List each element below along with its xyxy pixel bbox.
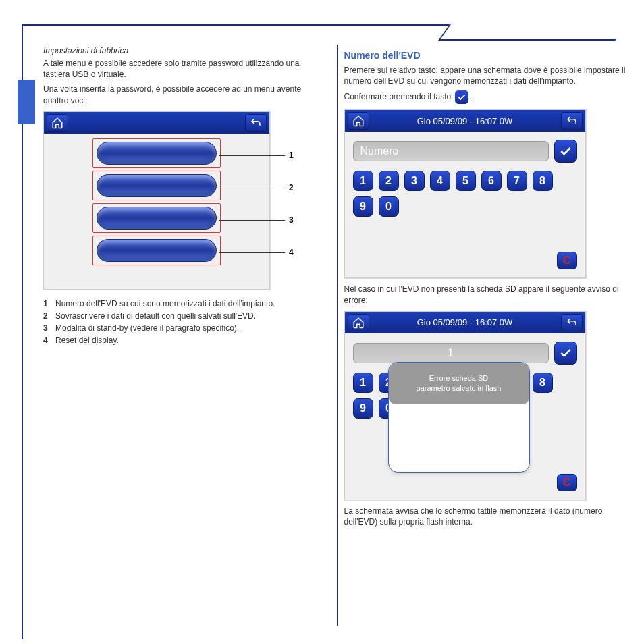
right-p2: Confermare premendo il tasto . [344,90,627,104]
key-8[interactable]: 8 [533,171,553,191]
home-icon [352,115,365,127]
key-9[interactable]: 9 [353,196,373,217]
check-icon [559,346,572,360]
key-3[interactable]: 3 [404,171,425,191]
key-2[interactable]: 2 [379,171,399,191]
home-button[interactable] [348,112,369,130]
right-p3: Nel caso in cui l'EVD non presenti la sc… [344,284,627,305]
callout-line-4 [219,252,285,253]
back-button[interactable] [561,314,583,331]
callout-outline-2 [92,171,221,200]
left-column: Impostazioni di fabbrica A tale menu è p… [36,41,337,637]
cancel-button[interactable]: C [557,252,577,269]
legend-row: 4Reset del display. [43,336,326,345]
home-icon [352,317,365,329]
legend-text: Numero dell'EVD su cui sono memorizzati … [55,299,275,308]
screen-header: Gio 05/09/09 - 16:07 0W [345,110,585,132]
confirm-button[interactable] [554,342,577,365]
home-icon [51,117,63,129]
callout-number-4: 4 [289,248,294,257]
screen-header [44,112,269,134]
legend-text: Sovrascrivere i dati di default con quel… [55,311,256,321]
left-menu-intro: Una volta inserita la password, è possib… [43,84,326,105]
callout-outline-4 [92,236,221,265]
right-p1: Premere sul relativo tasto: appare una s… [344,65,627,86]
right-column: Numero dell'EVD Premere sul relativo tas… [338,41,638,637]
page-frame-top [22,24,625,41]
keypad: 1 2 3 4 5 6 7 8 9 0 [353,171,577,217]
callout-number-2: 2 [289,183,294,192]
callout-line-2 [219,188,285,188]
key-8[interactable]: 8 [533,373,553,393]
popup-banner: Errore scheda SD parametro salvato in fl… [389,363,529,404]
screen-keypad: Gio 05/09/09 - 16:07 0W Numero 1 2 [344,109,586,278]
right-p4: La schermata avvisa che lo schermo tatti… [344,506,627,527]
callout-number-1: 1 [289,151,294,160]
key-6[interactable]: 6 [481,171,502,191]
back-button[interactable] [561,112,583,130]
key-4[interactable]: 4 [430,171,450,191]
content: Impostazioni di fabbrica A tale menu è p… [36,41,637,637]
key-5[interactable]: 5 [456,171,476,191]
left-intro-text: A tale menu è possibile accedere solo tr… [43,58,326,80]
screen-header: Gio 05/09/09 - 16:07 0W [345,312,585,333]
screen-body: Numero 1 2 3 4 5 6 7 8 9 [345,132,585,277]
key-9[interactable]: 9 [353,398,373,419]
callout-number-3: 3 [289,215,294,225]
screen-body [44,134,269,289]
legend-row: 3Modalità di stand-by (vedere il paragra… [43,323,326,333]
key-7[interactable]: 7 [507,171,527,191]
screen-keypad-error: Gio 05/09/09 - 16:07 0W 1 1 2 [344,311,586,500]
error-popup: Errore scheda SD parametro salvato in fl… [388,362,530,473]
subsection-title: Impostazioni di fabbrica [43,46,326,55]
popup-line1: Errore scheda SD [429,373,488,383]
confirm-button[interactable] [554,140,577,163]
callout-outline-1 [92,138,221,168]
section-heading: Numero dell'EVD [344,50,627,61]
screen-body: 1 1 2 3 4 5 6 7 8 9 [345,333,585,500]
legend-row: 2Sovrascrivere i dati di default con que… [43,311,326,321]
return-icon [566,115,578,127]
number-input[interactable]: Numero [353,141,549,161]
check-icon [559,144,572,158]
legend-text: Reset del display. [55,336,119,345]
callout-outline-3 [92,203,221,233]
confirm-icon-inline [455,90,468,104]
return-icon [250,117,262,129]
header-datetime: Gio 05/09/09 - 16:07 0W [417,116,513,126]
number-input[interactable]: 1 [353,343,549,363]
callout-line-1 [219,155,285,156]
legend-row: 1Numero dell'EVD su cui sono memorizzati… [43,299,326,308]
side-tab [18,80,35,124]
legend-text: Modalità di stand-by (vedere il paragraf… [55,323,239,333]
key-0[interactable]: 0 [379,196,399,217]
callout-line-3 [219,220,285,221]
key-1[interactable]: 1 [353,171,373,191]
home-button[interactable] [348,314,369,331]
header-datetime: Gio 05/09/09 - 16:07 0W [417,317,513,327]
key-1[interactable]: 1 [353,373,373,393]
screen-menu [43,111,270,290]
return-icon [566,317,578,329]
cancel-button[interactable]: C [557,474,577,491]
popup-line2: parametro salvato in flash [417,383,502,393]
back-button[interactable] [245,114,267,132]
home-button[interactable] [47,114,68,132]
